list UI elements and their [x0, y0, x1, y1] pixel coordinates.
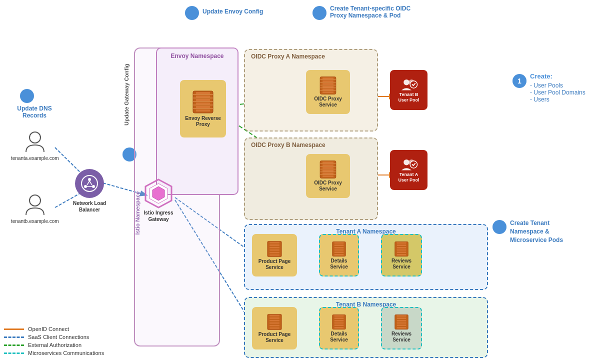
svg-point-100: [84, 185, 87, 188]
envoy-namespace-label: Envoy Namespace: [170, 52, 224, 60]
svg-rect-34: [322, 83, 334, 84]
step-3-label: Update Envoy Config: [202, 8, 263, 15]
legend-openid-label: OpenID Connect: [28, 326, 69, 332]
svg-rect-67: [397, 247, 406, 248]
product-b-server-icon: [266, 314, 282, 330]
step-1-label: Create: - User Pools - User Pool Domains…: [530, 72, 586, 103]
svg-rect-61: [334, 249, 344, 250]
svg-rect-81: [334, 320, 344, 322]
svg-rect-47: [322, 170, 334, 172]
svg-rect-24: [196, 106, 210, 108]
svg-rect-48: [322, 172, 334, 174]
svg-rect-49: [322, 176, 334, 177]
legend-openid-line: [4, 328, 24, 330]
user-a-label: tenanta.example.com: [11, 156, 59, 161]
step1-item3: - Users: [530, 96, 586, 103]
update-gateway-label: Update Gateway Config: [124, 64, 130, 126]
svg-rect-62: [334, 252, 344, 253]
svg-rect-70: [397, 254, 406, 256]
user-b-container: tenantb.example.com: [11, 194, 59, 224]
svg-rect-66: [397, 244, 406, 246]
svg-point-95: [404, 160, 410, 166]
product-b-label: Product PageService: [258, 332, 290, 344]
legend-ext-auth-line: [4, 344, 24, 346]
svg-rect-21: [196, 96, 210, 98]
envoy-server-icon: [192, 90, 214, 114]
tenant-b-pool-label: Tenant BUser Pool: [398, 92, 419, 103]
svg-rect-35: [322, 86, 334, 88]
oidc-a-service-label: OIDC ProxyService: [314, 96, 342, 108]
product-a-label: Product PageService: [258, 258, 290, 270]
svg-rect-46: [322, 167, 334, 168]
svg-point-98: [82, 176, 98, 192]
svg-rect-84: [334, 327, 344, 328]
nlb-icon: [80, 174, 98, 192]
envoy-proxy-label: Envoy ReverseProxy: [185, 116, 221, 128]
svg-rect-63: [334, 254, 344, 256]
svg-rect-56: [270, 254, 280, 256]
tenant-b-pool-icon: [400, 77, 418, 92]
legend-microservices-line: [4, 352, 24, 354]
details-b-label: DetailsService: [330, 331, 348, 343]
details-service-b: DetailsService: [319, 307, 359, 350]
oidc-proxy-service-a: OIDC ProxyService: [306, 70, 350, 114]
legend-microservices: Microservices Communications: [4, 350, 104, 356]
reviews-b-label: ReviewsService: [392, 331, 412, 343]
product-a-server-icon: [266, 240, 282, 258]
nlb-label: Network LoadBalancer: [73, 200, 106, 213]
step-2-circle: [312, 6, 326, 20]
svg-rect-88: [397, 320, 406, 322]
nlb-container: Network LoadBalancer: [73, 169, 106, 213]
svg-rect-89: [397, 322, 406, 324]
tenant-a-pool-label: Tenant AUser Pool: [398, 172, 419, 183]
legend-saas: SaaS Client Connections: [4, 334, 104, 340]
svg-rect-69: [397, 252, 406, 253]
svg-rect-23: [196, 102, 210, 104]
reviews-service-a: ReviewsService: [381, 234, 422, 276]
svg-rect-83: [334, 324, 344, 326]
oidc-a-server-icon: [319, 76, 337, 95]
svg-rect-82: [334, 322, 344, 324]
svg-rect-65: [397, 242, 406, 244]
svg-rect-32: [322, 78, 334, 79]
svg-rect-80: [334, 318, 344, 319]
step-3-circle: [185, 6, 199, 20]
tenant-a-user-pool: Tenant AUser Pool: [390, 150, 428, 190]
step-5-label: Update DNS Records: [7, 105, 62, 119]
svg-rect-20: [196, 92, 210, 94]
oidc-b-server-icon: [319, 160, 337, 179]
svg-rect-79: [334, 315, 344, 316]
svg-rect-55: [270, 252, 280, 253]
step-2b-circle: [492, 220, 506, 234]
tenant-a-pool-icon: [400, 157, 418, 172]
svg-point-92: [404, 80, 410, 86]
legend-saas-line: [4, 336, 24, 338]
svg-rect-22: [196, 99, 210, 101]
oidc-proxy-service-b: OIDC ProxyService: [306, 154, 350, 198]
svg-rect-25: [196, 110, 210, 112]
svg-rect-54: [270, 249, 280, 250]
svg-point-99: [88, 178, 91, 181]
oidc-a-namespace-label: OIDC Proxy A Namespace: [251, 53, 325, 60]
svg-point-101: [92, 185, 95, 188]
istio-gateway-icon: [142, 178, 174, 210]
details-a-server-icon: [332, 241, 346, 257]
user-a-container: tenanta.example.com: [11, 131, 59, 161]
svg-rect-90: [397, 324, 406, 326]
step-2b-label: Create TenantNamespace &Microservice Pod…: [510, 219, 563, 244]
tenant-b-user-pool: Tenant BUser Pool: [390, 70, 428, 110]
svg-rect-72: [270, 314, 280, 316]
details-service-a: DetailsService: [319, 234, 359, 276]
svg-rect-59: [334, 244, 344, 246]
legend-ext-auth-label: External Authorization: [28, 342, 82, 348]
svg-rect-75: [270, 322, 280, 324]
svg-rect-51: [270, 242, 280, 243]
user-a-icon: [25, 131, 45, 153]
reviews-a-label: ReviewsService: [392, 258, 412, 270]
svg-rect-45: [322, 164, 334, 166]
details-b-server-icon: [332, 314, 346, 330]
svg-rect-76: [270, 324, 280, 326]
svg-rect-86: [397, 315, 406, 316]
step-5-circle: [20, 89, 34, 103]
svg-line-102: [87, 181, 90, 185]
